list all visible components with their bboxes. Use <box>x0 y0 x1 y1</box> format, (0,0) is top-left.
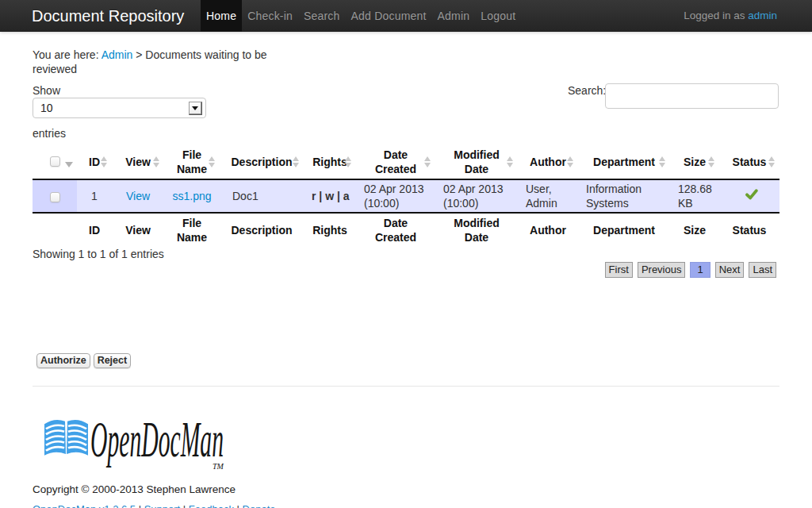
svg-text:OpenDocMan: OpenDocMan <box>90 411 224 468</box>
svg-text:TM: TM <box>213 462 224 471</box>
